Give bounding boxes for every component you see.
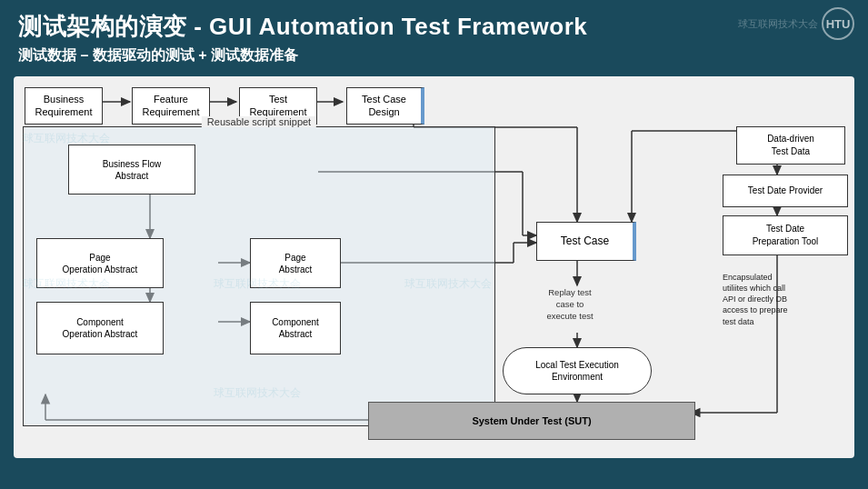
test-case-box: Test Case [536,222,636,261]
main-title: 测试架构的演变 - GUI Automation Test Framework [18,11,850,43]
local-test-execution-box: Local Test ExecutionEnvironment [503,347,652,394]
page-abstract-box: PageAbstract [250,238,341,288]
data-driven-test-data-box: Data-drivenTest Data [736,126,845,165]
test-date-preparation-tool-box: Test DatePreparation Tool [723,215,848,255]
encapsulated-note: Encapsulatedutiliites which callAPI or d… [723,272,857,327]
sut-box: System Under Test (SUT) [368,402,695,440]
replay-text: Replay testcase toexecute test [524,287,615,322]
component-operation-abstract-box: ComponentOperation Abstract [36,302,164,354]
feature-requirement-box: FeatureRequirement [132,87,210,125]
subtitle: 测试数据 – 数据驱动的测试 + 测试数据准备 [18,46,850,65]
page-operation-abstract-box: PageOperation Abstract [36,238,164,288]
business-requirement-box: BusinessRequirement [25,87,103,125]
watermark-label: 球互联网技术大会 [738,17,818,31]
component-abstract-box: ComponentAbstract [250,302,341,354]
test-date-provider-box: Test Date Provider [723,175,848,207]
logo-circle: HTU [822,7,854,40]
business-flow-abstract-box: Business FlowAbstract [68,145,195,195]
diagram-container: 球互联网技术大会 球互联网技术大会 球互联网技术大会 球互联网技术大会 球互联网… [14,76,854,458]
reusable-snippet-label: Reusable script snippet [202,116,316,127]
test-case-design-box: Test CaseDesign [346,87,424,125]
watermark-top-right: 球互联网技术大会 HTU [738,7,854,40]
